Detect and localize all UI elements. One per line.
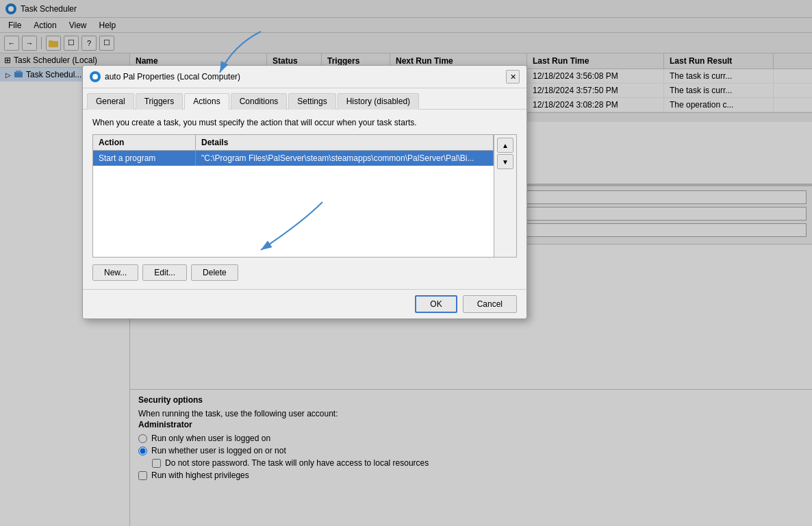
properties-dialog: auto Pal Properties (Local Computer) ✕ G… <box>82 65 527 319</box>
action-row[interactable]: Start a program "C:\Program Files\PalSer… <box>93 151 494 166</box>
delete-action-button[interactable]: Delete <box>191 264 238 281</box>
ok-button[interactable]: OK <box>415 295 457 313</box>
cancel-button[interactable]: Cancel <box>463 295 517 313</box>
action-table-header: Action Details <box>93 135 494 151</box>
details-col-header: Details <box>196 135 494 150</box>
action-table-inner: Action Details Start a program "C:\Progr… <box>93 135 494 257</box>
modal-description: When you create a task, you must specify… <box>92 118 517 127</box>
modal-footer: OK Cancel <box>83 289 526 318</box>
tab-history[interactable]: History (disabled) <box>338 93 419 110</box>
modal-title-left: auto Pal Properties (Local Computer) <box>90 71 240 82</box>
modal-title-text: auto Pal Properties (Local Computer) <box>105 72 240 82</box>
action-table-container: Action Details Start a program "C:\Progr… <box>92 134 517 258</box>
tab-triggers[interactable]: Triggers <box>136 93 183 110</box>
move-up-button[interactable]: ▲ <box>497 138 513 153</box>
new-action-button[interactable]: New... <box>92 264 138 281</box>
action-col-header: Action <box>93 135 196 150</box>
action-side-buttons: ▲ ▼ <box>494 135 516 257</box>
modal-icon <box>90 71 101 82</box>
svg-point-5 <box>92 74 98 79</box>
modal-close-button[interactable]: ✕ <box>506 70 520 84</box>
modal-overlay: auto Pal Properties (Local Computer) ✕ G… <box>0 0 812 526</box>
tab-settings[interactable]: Settings <box>288 93 335 110</box>
action-cell-action: Start a program <box>93 151 196 166</box>
tab-actions[interactable]: Actions <box>184 93 229 110</box>
modal-body: When you create a task, you must specify… <box>83 110 526 289</box>
tab-general[interactable]: General <box>87 93 134 110</box>
modal-title-bar: auto Pal Properties (Local Computer) ✕ <box>83 66 526 88</box>
action-cell-details: "C:\Program Files\PalServer\steam\steama… <box>196 151 494 166</box>
modal-tabs: General Triggers Actions Conditions Sett… <box>83 88 526 110</box>
action-crud-buttons: New... Edit... Delete <box>92 264 517 281</box>
edit-action-button[interactable]: Edit... <box>142 264 187 281</box>
tab-conditions[interactable]: Conditions <box>231 93 288 110</box>
action-table-scroll[interactable]: Start a program "C:\Program Files\PalSer… <box>93 151 494 257</box>
move-down-button[interactable]: ▼ <box>497 154 513 169</box>
